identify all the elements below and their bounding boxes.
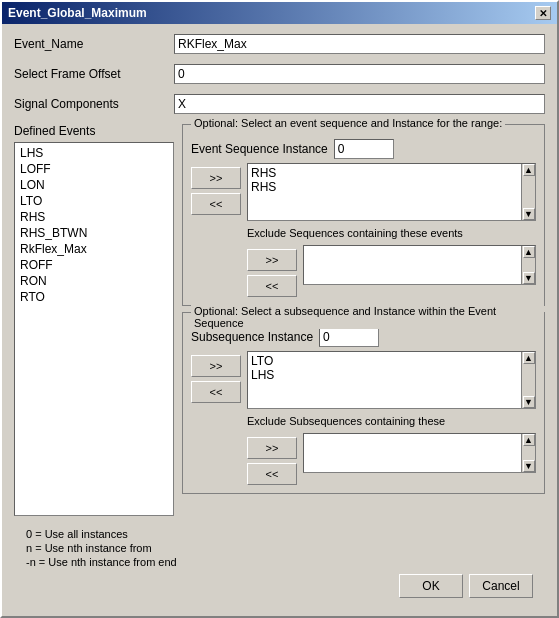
subseq-excl-down[interactable]: ▼ [523,460,535,472]
sequence-excl-add-button[interactable]: >> [247,249,297,271]
list-item[interactable]: LTO [17,193,171,209]
list-item[interactable]: LHS [251,368,518,382]
subsequence-add-button[interactable]: >> [191,355,241,377]
event-name-row: Event_Name [14,34,545,54]
subsequence-instance-label: Subsequence Instance [191,330,313,344]
list-item[interactable]: LON [17,177,171,193]
excl-scroll-up[interactable]: ▲ [523,246,535,258]
sequence-exclude-label: Exclude Sequences containing these event… [247,227,536,239]
list-item[interactable]: LOFF [17,161,171,177]
sequence-excl-scrollbar[interactable]: ▲ ▼ [521,246,535,284]
footer-line2: n = Use nth instance from [26,542,533,554]
sequence-list-col: RHS RHS ▲ ▼ Exclude Sequences containing… [247,163,536,297]
close-button[interactable]: ✕ [535,6,551,20]
right-panel: Optional: Select an event sequence and I… [182,124,545,516]
main-window: Event_Global_Maximum ✕ Event_Name Select… [0,0,559,618]
cancel-button[interactable]: Cancel [469,574,533,598]
list-item[interactable]: RTO [17,289,171,305]
scroll-up-btn[interactable]: ▲ [523,164,535,176]
footer: 0 = Use all instances n = Use nth instan… [14,522,545,606]
subsequence-excl-remove-button[interactable]: << [247,463,297,485]
defined-events-list[interactable]: LHS LOFF LON LTO RHS RHS_BTWN RkFlex_Max… [14,142,174,516]
subsequence-group: Optional: Select a subsequence and Insta… [182,312,545,494]
subsequence-btn-col: >> << [191,355,241,485]
subsequence-remove-button[interactable]: << [191,381,241,403]
sequence-selected-content: RHS RHS [248,164,521,220]
list-item[interactable]: LTO [251,354,518,368]
excl-scroll-down[interactable]: ▼ [523,272,535,284]
ok-button[interactable]: OK [399,574,463,598]
subsequence-instance-input[interactable] [319,327,379,347]
sequence-instance-row: Event Sequence Instance [191,139,536,159]
subsequence-exclude-content [304,434,521,472]
sequence-legend: Optional: Select an event sequence and I… [191,117,505,129]
sequence-group: Optional: Select an event sequence and I… [182,124,545,306]
sequence-exclude-content [304,246,521,284]
event-name-input[interactable] [174,34,545,54]
sequence-remove-button[interactable]: << [191,193,241,215]
content-area: Event_Name Select Frame Offset Signal Co… [2,24,557,616]
subsequence-instance-row: Subsequence Instance [191,327,536,347]
sequence-instance-label: Event Sequence Instance [191,142,328,156]
list-item[interactable]: RHS [251,180,518,194]
signal-components-input[interactable] [174,94,545,114]
subsequence-exclude-label: Exclude Subsequences containing these [247,415,536,427]
main-area: Defined Events LHS LOFF LON LTO RHS RHS_… [14,124,545,516]
list-item[interactable]: RHS_BTWN [17,225,171,241]
footer-line1: 0 = Use all instances [26,528,533,540]
title-bar: Event_Global_Maximum ✕ [2,2,557,24]
window-title: Event_Global_Maximum [8,6,147,20]
frame-offset-row: Select Frame Offset [14,64,545,84]
defined-events-panel: Defined Events LHS LOFF LON LTO RHS RHS_… [14,124,174,516]
subseq-excl-up[interactable]: ▲ [523,434,535,446]
signal-components-row: Signal Components [14,94,545,114]
list-item[interactable]: RkFlex_Max [17,241,171,257]
sequence-exclude-inner: >> << ▲ ▼ [247,245,536,297]
subsequence-excl-btn-col: >> << [247,437,297,485]
frame-offset-input[interactable] [174,64,545,84]
subseq-excl-scrollbar[interactable]: ▲ ▼ [521,434,535,472]
subseq-scroll-down[interactable]: ▼ [523,396,535,408]
defined-events-title: Defined Events [14,124,174,138]
sequence-inner: >> << RHS RHS ▲ [191,163,536,297]
subsequence-exclude-list[interactable]: ▲ ▼ [303,433,536,473]
sequence-excl-btn-col: >> << [247,249,297,297]
footer-line3: -n = Use nth instance from end [26,556,533,568]
sequence-add-button[interactable]: >> [191,167,241,189]
list-item[interactable]: ROFF [17,257,171,273]
subsequence-inner: >> << LTO LHS ▲ [191,351,536,485]
list-item[interactable]: RON [17,273,171,289]
subsequence-scrollbar[interactable]: ▲ ▼ [521,352,535,408]
frame-offset-label: Select Frame Offset [14,67,174,81]
list-item[interactable]: RHS [17,209,171,225]
event-name-label: Event_Name [14,37,174,51]
sequence-selected-list[interactable]: RHS RHS ▲ ▼ [247,163,536,221]
subsequence-selected-list[interactable]: LTO LHS ▲ ▼ [247,351,536,409]
subsequence-selected-content: LTO LHS [248,352,521,408]
sequence-instance-input[interactable] [334,139,394,159]
sequence-exclude-list[interactable]: ▲ ▼ [303,245,536,285]
list-item[interactable]: RHS [251,166,518,180]
subsequence-excl-add-button[interactable]: >> [247,437,297,459]
list-item[interactable]: LHS [17,145,171,161]
sequence-excl-remove-button[interactable]: << [247,275,297,297]
sequence-scrollbar[interactable]: ▲ ▼ [521,164,535,220]
sequence-btn-col: >> << [191,167,241,297]
signal-components-label: Signal Components [14,97,174,111]
subseq-scroll-up[interactable]: ▲ [523,352,535,364]
subsequence-list-col: LTO LHS ▲ ▼ Exclude Subsequences contain… [247,351,536,485]
scroll-down-btn[interactable]: ▼ [523,208,535,220]
dialog-buttons: OK Cancel [26,574,533,598]
subsequence-exclude-inner: >> << ▲ ▼ [247,433,536,485]
subsequence-legend: Optional: Select a subsequence and Insta… [191,305,544,329]
